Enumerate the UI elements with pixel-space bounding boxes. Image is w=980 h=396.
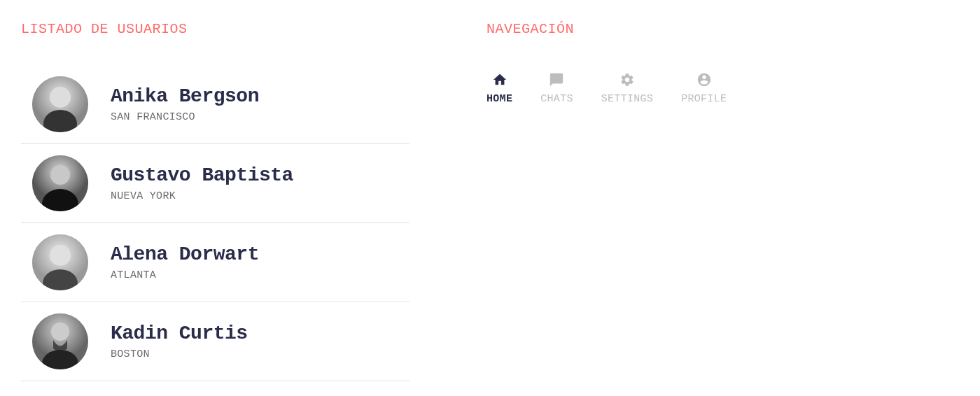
user-info: Anika Bergson SAN FRANCISCO [111,85,259,123]
svg-point-10 [51,323,69,341]
nav-item-home[interactable]: HOME [486,72,512,105]
nav-label: CHATS [540,93,573,105]
home-icon [492,72,507,87]
navigation-panel: NAVEGACIÓN HOME CHATS SETTINGS [486,21,959,381]
user-name: Gustavo Baptista [111,164,293,186]
nav-label: PROFILE [681,93,727,105]
user-list: Anika Bergson SAN FRANCISCO Gustavo Bapt… [21,65,410,381]
user-item[interactable]: Alena Dorwart ATLANTA [21,223,410,302]
user-location: BOSTON [111,348,248,360]
user-location: SAN FRANCISCO [111,111,259,123]
nav-item-chats[interactable]: CHATS [540,72,573,105]
navigation-title: NAVEGACIÓN [486,21,959,37]
user-item[interactable]: Kadin Curtis BOSTON [21,302,410,381]
user-location: ATLANTA [111,269,259,281]
user-list-title: LISTADO DE USUARIOS [21,21,410,37]
user-location: NUEVA YORK [111,190,293,202]
user-name: Alena Dorwart [111,243,259,265]
nav-item-settings[interactable]: SETTINGS [601,72,653,105]
user-name: Anika Bergson [111,85,259,107]
user-item[interactable]: Gustavo Baptista NUEVA YORK [21,144,410,223]
settings-icon [620,72,635,87]
nav-label: HOME [486,93,512,105]
user-avatar [32,155,88,211]
navigation-row: HOME CHATS SETTINGS PROFILE [486,72,959,105]
user-name: Kadin Curtis [111,323,248,344]
profile-icon [696,72,712,87]
user-info: Alena Dorwart ATLANTA [111,243,259,281]
svg-point-1 [50,87,71,108]
svg-point-7 [50,245,71,266]
chat-icon [549,72,564,87]
user-avatar [32,234,88,290]
user-avatar [32,76,88,132]
user-avatar [32,313,88,369]
nav-item-profile[interactable]: PROFILE [681,72,727,105]
user-list-panel: LISTADO DE USUARIOS Anika Bergson SAN FR… [21,21,410,381]
user-info: Kadin Curtis BOSTON [111,323,248,360]
svg-point-4 [50,165,70,185]
nav-label: SETTINGS [601,93,653,105]
user-info: Gustavo Baptista NUEVA YORK [111,164,293,202]
user-item[interactable]: Anika Bergson SAN FRANCISCO [21,65,410,144]
